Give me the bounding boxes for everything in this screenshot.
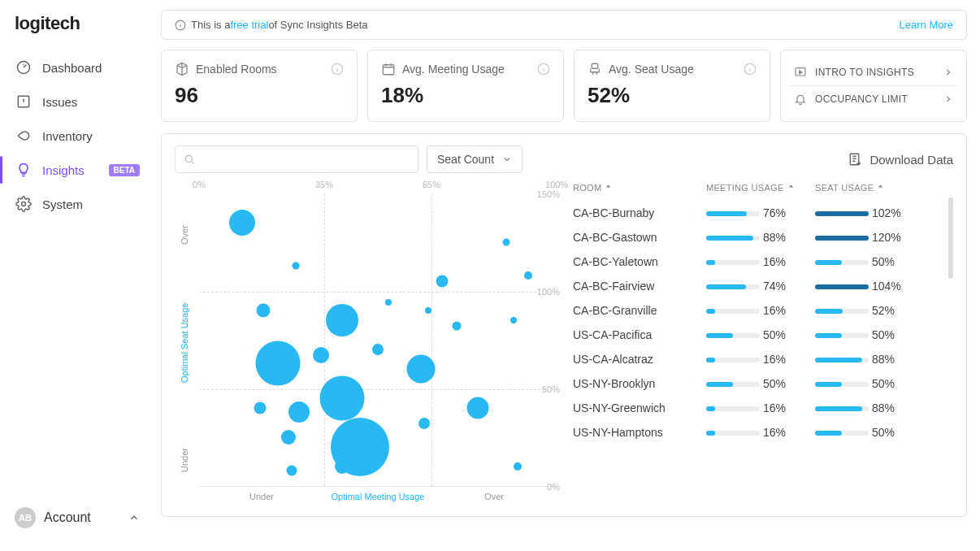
account-menu[interactable]: AB Account xyxy=(0,497,154,538)
bubble-point[interactable] xyxy=(385,299,392,306)
y-axis-under-label: Under xyxy=(180,415,189,472)
cell-meeting-usage: 76% xyxy=(706,206,804,219)
bubble-point[interactable] xyxy=(313,347,329,363)
search-input[interactable] xyxy=(200,153,410,166)
cell-room: US-NY-Brooklyn xyxy=(573,377,695,390)
sidebar-item-insights[interactable]: Insights BETA xyxy=(0,153,154,187)
table-row[interactable]: CA-BC-Burnaby 76% 102% xyxy=(573,201,953,225)
bubble-point[interactable] xyxy=(406,355,435,384)
info-icon[interactable] xyxy=(331,63,344,76)
table-row[interactable]: CA-BC-Fairview 74% 104% xyxy=(573,274,953,298)
table-row[interactable]: US-NY-Brooklyn 50% 50% xyxy=(573,371,953,396)
table-row[interactable]: US-CA-Pacifica 50% 50% xyxy=(573,323,953,347)
avatar: AB xyxy=(15,507,36,528)
chevron-right-icon xyxy=(943,67,953,77)
col-header-seat-usage[interactable]: SEAT USAGE xyxy=(815,183,913,193)
chevron-right-icon xyxy=(943,94,953,104)
bubble-point[interactable] xyxy=(436,276,449,288)
sidebar-item-label: System xyxy=(42,197,83,211)
info-icon[interactable] xyxy=(537,63,550,76)
table-row[interactable]: US-NY-Greenwich 16% 88% xyxy=(573,396,953,420)
issues-icon xyxy=(15,93,33,111)
intro-to-insights-link[interactable]: INTRO TO INSIGHTS xyxy=(789,59,958,85)
table-row[interactable]: CA-BC-Yaletown 16% 50% xyxy=(573,249,953,274)
bubble-point[interactable] xyxy=(372,344,384,355)
side-row-label: INTRO TO INSIGHTS xyxy=(815,67,914,78)
bubble-point[interactable] xyxy=(229,210,255,236)
learn-more-link[interactable]: Learn More xyxy=(900,19,953,31)
seat-count-dropdown[interactable]: Seat Count xyxy=(427,145,523,173)
table-row[interactable]: CA-BC-Gastown 88% 120% xyxy=(573,225,953,249)
bubble-point[interactable] xyxy=(514,462,522,471)
bubble-point[interactable] xyxy=(425,307,431,314)
card-value: 18% xyxy=(381,83,550,108)
account-label: Account xyxy=(44,510,91,525)
table-row[interactable]: US-CA-Alcatraz 16% 88% xyxy=(573,347,953,371)
col-header-meeting-usage[interactable]: MEETING USAGE xyxy=(706,183,804,193)
grid-line xyxy=(199,389,557,390)
sidebar-item-dashboard[interactable]: Dashboard xyxy=(0,50,154,85)
bubble-point[interactable] xyxy=(524,271,532,280)
search-icon xyxy=(184,154,195,165)
dropdown-label: Seat Count xyxy=(437,153,494,166)
x-tick: 65% xyxy=(423,180,440,189)
download-data-button[interactable]: Download Data xyxy=(848,152,953,167)
grid-line xyxy=(199,292,557,293)
side-row-label: OCCUPANCY LIMIT xyxy=(815,93,908,105)
bubble-point[interactable] xyxy=(281,430,296,445)
scrollbar-thumb[interactable] xyxy=(948,197,953,279)
bubble-point[interactable] xyxy=(335,459,349,474)
cell-room: US-NY-Greenwich xyxy=(573,401,695,414)
occupancy-limit-link[interactable]: OCCUPANCY LIMIT xyxy=(789,85,958,112)
bubble-point[interactable] xyxy=(254,402,266,414)
cell-seat-usage: 50% xyxy=(815,426,913,439)
cell-meeting-usage: 74% xyxy=(706,280,804,293)
bubble-point[interactable] xyxy=(288,401,310,423)
bubble-point[interactable] xyxy=(503,239,510,246)
sidebar-item-label: Issues xyxy=(42,95,77,109)
card-label: Avg. Seat Usage xyxy=(609,63,694,76)
bubble-point[interactable] xyxy=(510,317,517,323)
download-icon xyxy=(848,152,863,167)
rooms-icon xyxy=(175,62,189,76)
bubble-point[interactable] xyxy=(257,304,271,318)
banner-suffix: of Sync Insights Beta xyxy=(268,19,367,31)
bubble-point[interactable] xyxy=(320,376,365,421)
col-header-room[interactable]: ROOM xyxy=(573,183,695,193)
x-axis-over-label: Over xyxy=(431,492,557,501)
svg-point-2 xyxy=(22,202,26,206)
bubble-point[interactable] xyxy=(452,322,461,331)
search-input-wrap[interactable] xyxy=(175,145,418,173)
sidebar-item-label: Inventory xyxy=(42,129,93,143)
nav: Dashboard Issues Inventory Insights BETA… xyxy=(0,50,154,497)
bubble-point[interactable] xyxy=(287,465,297,475)
bubble-point[interactable] xyxy=(418,418,430,429)
card-avg-meeting-usage: Avg. Meeting Usage 18% xyxy=(367,50,564,122)
metric-cards: Enabled Rooms 96 Avg. Meeting Usage 18% xyxy=(161,50,967,122)
scatter-plot: Over Optimal Seat Usage Under 0%35%65%10… xyxy=(175,180,557,505)
free-trial-link[interactable]: free trial xyxy=(230,19,268,31)
card-avg-seat-usage: Avg. Seat Usage 52% xyxy=(574,50,770,122)
cell-meeting-usage: 88% xyxy=(706,231,804,244)
play-icon xyxy=(794,66,807,79)
bubble-point[interactable] xyxy=(292,262,299,269)
sidebar-item-inventory[interactable]: Inventory xyxy=(0,119,154,153)
cell-seat-usage: 104% xyxy=(815,280,913,293)
chevron-down-icon xyxy=(502,154,512,164)
bubble-point[interactable] xyxy=(467,397,489,419)
bubble-point[interactable] xyxy=(255,341,300,385)
grid-line xyxy=(324,194,325,486)
table-row[interactable]: US-NY-Hamptons 16% 50% xyxy=(573,420,953,445)
sort-icon xyxy=(877,184,884,192)
card-label: Enabled Rooms xyxy=(196,63,277,76)
y-tick: 150% xyxy=(537,189,560,199)
table-row[interactable]: CA-BC-Granville 16% 52% xyxy=(573,298,953,323)
info-icon[interactable] xyxy=(744,63,757,76)
svg-rect-5 xyxy=(383,65,394,75)
cell-seat-usage: 50% xyxy=(815,377,913,390)
sidebar-item-system[interactable]: System xyxy=(0,187,154,221)
sidebar-item-issues[interactable]: Issues xyxy=(0,85,154,119)
sidebar-item-label: Insights xyxy=(42,163,85,177)
bubble-point[interactable] xyxy=(326,304,358,336)
cell-room: CA-BC-Gastown xyxy=(573,231,695,244)
